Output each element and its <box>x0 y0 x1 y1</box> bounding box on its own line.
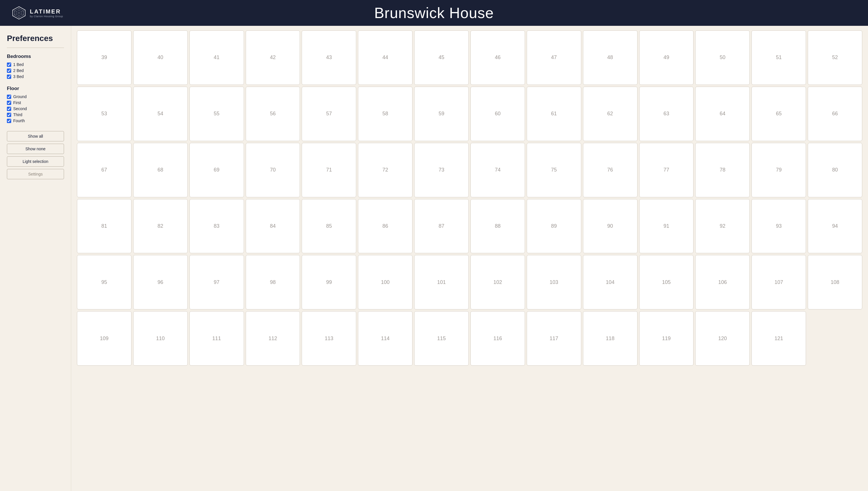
unit-cell-90[interactable]: 90 <box>583 199 638 254</box>
unit-cell-61[interactable]: 61 <box>527 87 581 141</box>
checkbox-bed3[interactable] <box>7 75 11 79</box>
unit-cell-78[interactable]: 78 <box>695 143 750 197</box>
unit-cell-79[interactable]: 79 <box>752 143 806 197</box>
unit-cell-62[interactable]: 62 <box>583 87 638 141</box>
unit-cell-97[interactable]: 97 <box>189 255 244 310</box>
unit-cell-87[interactable]: 87 <box>414 199 469 254</box>
unit-cell-42[interactable]: 42 <box>246 30 300 85</box>
unit-cell-86[interactable]: 86 <box>358 199 412 254</box>
unit-cell-120[interactable]: 120 <box>695 311 750 366</box>
unit-cell-54[interactable]: 54 <box>133 87 188 141</box>
checkbox-ground[interactable] <box>7 95 11 99</box>
checkbox-bed1[interactable] <box>7 62 11 67</box>
unit-cell-111[interactable]: 111 <box>189 311 244 366</box>
unit-cell-109[interactable]: 109 <box>77 311 132 366</box>
unit-cell-121[interactable]: 121 <box>752 311 806 366</box>
unit-cell-60[interactable]: 60 <box>470 87 525 141</box>
unit-cell-107[interactable]: 107 <box>752 255 806 310</box>
unit-cell-103[interactable]: 103 <box>527 255 581 310</box>
unit-cell-108[interactable]: 108 <box>808 255 862 310</box>
unit-cell-39[interactable]: 39 <box>77 30 132 85</box>
unit-cell-53[interactable]: 53 <box>77 87 132 141</box>
floor-checkbox-item-first[interactable]: First <box>7 100 64 105</box>
unit-cell-83[interactable]: 83 <box>189 199 244 254</box>
unit-cell-116[interactable]: 116 <box>470 311 525 366</box>
show-none-button[interactable]: Show none <box>7 144 64 154</box>
unit-cell-70[interactable]: 70 <box>246 143 300 197</box>
unit-cell-41[interactable]: 41 <box>189 30 244 85</box>
unit-cell-115[interactable]: 115 <box>414 311 469 366</box>
unit-cell-81[interactable]: 81 <box>77 199 132 254</box>
unit-cell-88[interactable]: 88 <box>470 199 525 254</box>
unit-cell-84[interactable]: 84 <box>246 199 300 254</box>
unit-cell-56[interactable]: 56 <box>246 87 300 141</box>
unit-cell-106[interactable]: 106 <box>695 255 750 310</box>
unit-cell-58[interactable]: 58 <box>358 87 412 141</box>
floor-checkbox-item-third[interactable]: Third <box>7 112 64 117</box>
unit-cell-55[interactable]: 55 <box>189 87 244 141</box>
unit-cell-91[interactable]: 91 <box>639 199 694 254</box>
unit-cell-95[interactable]: 95 <box>77 255 132 310</box>
unit-cell-57[interactable]: 57 <box>302 87 356 141</box>
unit-cell-43[interactable]: 43 <box>302 30 356 85</box>
unit-cell-85[interactable]: 85 <box>302 199 356 254</box>
bedroom-checkbox-item-bed1[interactable]: 1 Bed <box>7 62 64 67</box>
unit-cell-71[interactable]: 71 <box>302 143 356 197</box>
unit-cell-47[interactable]: 47 <box>527 30 581 85</box>
unit-cell-74[interactable]: 74 <box>470 143 525 197</box>
unit-cell-76[interactable]: 76 <box>583 143 638 197</box>
checkbox-second[interactable] <box>7 107 11 111</box>
unit-cell-46[interactable]: 46 <box>470 30 525 85</box>
unit-cell-73[interactable]: 73 <box>414 143 469 197</box>
unit-cell-92[interactable]: 92 <box>695 199 750 254</box>
unit-cell-93[interactable]: 93 <box>752 199 806 254</box>
unit-cell-110[interactable]: 110 <box>133 311 188 366</box>
light-selection-button[interactable]: Light selection <box>7 156 64 167</box>
unit-cell-99[interactable]: 99 <box>302 255 356 310</box>
bedroom-checkbox-item-bed2[interactable]: 2 Bed <box>7 68 64 73</box>
unit-cell-63[interactable]: 63 <box>639 87 694 141</box>
unit-cell-50[interactable]: 50 <box>695 30 750 85</box>
unit-cell-64[interactable]: 64 <box>695 87 750 141</box>
bedroom-checkbox-item-bed3[interactable]: 3 Bed <box>7 74 64 79</box>
unit-cell-45[interactable]: 45 <box>414 30 469 85</box>
unit-cell-100[interactable]: 100 <box>358 255 412 310</box>
unit-cell-102[interactable]: 102 <box>470 255 525 310</box>
checkbox-bed2[interactable] <box>7 68 11 73</box>
unit-cell-77[interactable]: 77 <box>639 143 694 197</box>
unit-cell-89[interactable]: 89 <box>527 199 581 254</box>
unit-cell-59[interactable]: 59 <box>414 87 469 141</box>
unit-cell-94[interactable]: 94 <box>808 199 862 254</box>
unit-cell-118[interactable]: 118 <box>583 311 638 366</box>
unit-cell-119[interactable]: 119 <box>639 311 694 366</box>
unit-cell-96[interactable]: 96 <box>133 255 188 310</box>
show-all-button[interactable]: Show all <box>7 131 64 141</box>
unit-cell-68[interactable]: 68 <box>133 143 188 197</box>
checkbox-third[interactable] <box>7 113 11 117</box>
floor-checkbox-item-fourth[interactable]: Fourth <box>7 118 64 123</box>
unit-cell-49[interactable]: 49 <box>639 30 694 85</box>
unit-cell-75[interactable]: 75 <box>527 143 581 197</box>
unit-cell-98[interactable]: 98 <box>246 255 300 310</box>
checkbox-first[interactable] <box>7 101 11 105</box>
unit-cell-112[interactable]: 112 <box>246 311 300 366</box>
unit-cell-105[interactable]: 105 <box>639 255 694 310</box>
unit-cell-101[interactable]: 101 <box>414 255 469 310</box>
unit-cell-104[interactable]: 104 <box>583 255 638 310</box>
unit-cell-72[interactable]: 72 <box>358 143 412 197</box>
settings-button[interactable]: Settings <box>7 169 64 179</box>
floor-checkbox-item-ground[interactable]: Ground <box>7 94 64 99</box>
unit-cell-48[interactable]: 48 <box>583 30 638 85</box>
checkbox-fourth[interactable] <box>7 119 11 123</box>
unit-cell-67[interactable]: 67 <box>77 143 132 197</box>
unit-cell-114[interactable]: 114 <box>358 311 412 366</box>
unit-cell-117[interactable]: 117 <box>527 311 581 366</box>
unit-cell-65[interactable]: 65 <box>752 87 806 141</box>
unit-cell-52[interactable]: 52 <box>808 30 862 85</box>
unit-cell-51[interactable]: 51 <box>752 30 806 85</box>
unit-cell-80[interactable]: 80 <box>808 143 862 197</box>
unit-cell-40[interactable]: 40 <box>133 30 188 85</box>
unit-cell-69[interactable]: 69 <box>189 143 244 197</box>
unit-cell-113[interactable]: 113 <box>302 311 356 366</box>
unit-cell-82[interactable]: 82 <box>133 199 188 254</box>
